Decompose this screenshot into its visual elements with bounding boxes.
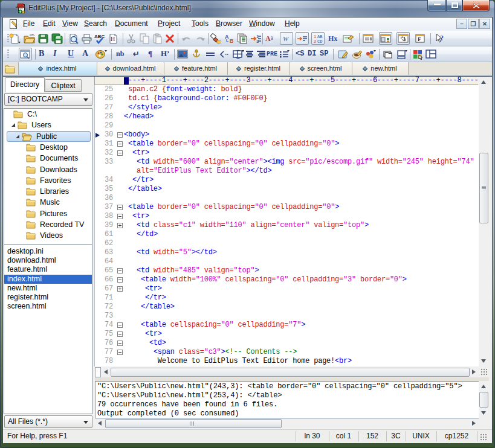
svg-text:H: H	[111, 36, 115, 42]
svg-text:1: 1	[314, 34, 316, 39]
svg-text:CD: CD	[317, 39, 322, 44]
svg-text:2: 2	[314, 39, 316, 44]
svg-text:A: A	[225, 34, 229, 40]
svg-text:AB: AB	[317, 34, 322, 39]
svg-text:3: 3	[256, 39, 259, 44]
svg-text:Hx: Hx	[328, 34, 337, 43]
svg-text:F: F	[418, 36, 421, 42]
svg-text:A: A	[265, 34, 271, 43]
svg-text:B: B	[230, 38, 234, 44]
svg-text:W: W	[283, 35, 289, 42]
svg-text:ABC: ABC	[94, 34, 105, 39]
svg-text:ã: ã	[271, 35, 273, 41]
svg-text:?: ?	[440, 34, 444, 42]
